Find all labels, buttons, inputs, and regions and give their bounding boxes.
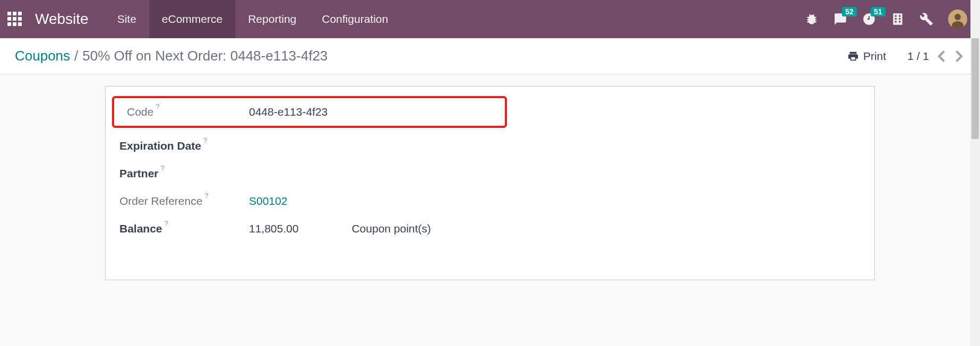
value-balance: 11,805.00 (249, 222, 298, 235)
help-icon[interactable]: ? (204, 192, 208, 200)
activities-icon[interactable]: 51 (862, 12, 876, 26)
messages-badge: 52 (842, 7, 857, 16)
debug-icon[interactable] (805, 12, 819, 26)
pager: 1 / 1 (907, 50, 965, 63)
label-balance: Balance ? (119, 222, 249, 235)
breadcrumb-bar: Coupons / 50% Off on Next Order: 0448-e1… (0, 38, 980, 74)
breadcrumb: Coupons / 50% Off on Next Order: 0448-e1… (15, 48, 328, 64)
print-icon (847, 50, 859, 62)
nav-menu: Site eCommerce Reporting Configuration (105, 0, 401, 38)
pager-prev[interactable] (935, 50, 947, 62)
main-navbar: Website Site eCommerce Reporting Configu… (0, 0, 980, 38)
value-order-ref[interactable]: S00102 (249, 195, 287, 207)
svg-point-1 (955, 14, 961, 20)
help-icon[interactable]: ? (161, 164, 165, 172)
balance-unit: Coupon point(s) (351, 222, 431, 235)
field-expiration: Expiration Date ? (106, 132, 874, 160)
help-icon[interactable]: ? (165, 219, 168, 227)
app-brand[interactable]: Website (35, 11, 89, 28)
field-order-ref: Order Reference ? S00102 (106, 187, 874, 215)
sheet-wrapper: Code ? 0448-e113-4f23 Expiration Date ? … (0, 74, 980, 280)
print-label: Print (863, 50, 886, 63)
help-icon[interactable]: ? (156, 102, 159, 110)
nav-item-configuration[interactable]: Configuration (309, 0, 401, 38)
breadcrumb-root[interactable]: Coupons (15, 48, 70, 64)
breadcrumb-sep: / (74, 48, 78, 64)
code-highlight: Code ? 0448-e113-4f23 (112, 96, 507, 128)
field-code: Code ? 0448-e113-4f23 (122, 103, 497, 120)
pager-count[interactable]: 1 / 1 (907, 50, 929, 63)
user-avatar[interactable] (948, 10, 967, 29)
nav-item-ecommerce[interactable]: eCommerce (149, 0, 235, 38)
apps-icon[interactable] (7, 12, 22, 27)
label-code: Code ? (127, 106, 249, 118)
nav-item-reporting[interactable]: Reporting (235, 0, 309, 38)
company-icon[interactable] (891, 12, 905, 26)
value-code: 0448-e113-4f23 (249, 106, 328, 118)
help-icon[interactable]: ? (203, 136, 207, 144)
tools-icon[interactable] (919, 12, 933, 26)
activities-badge: 51 (871, 7, 886, 16)
form-sheet: Code ? 0448-e113-4f23 Expiration Date ? … (105, 86, 875, 280)
field-partner: Partner ? (106, 160, 874, 187)
label-order-ref: Order Reference ? (119, 195, 249, 207)
pager-next[interactable] (953, 50, 965, 62)
nav-item-site[interactable]: Site (105, 0, 149, 38)
scrollbar[interactable] (970, 0, 980, 280)
label-expiration: Expiration Date ? (119, 140, 249, 152)
breadcrumb-current: 50% Off on Next Order: 0448-e113-4f23 (82, 48, 328, 64)
messages-icon[interactable]: 52 (833, 12, 847, 26)
label-partner: Partner ? (119, 167, 249, 180)
field-balance: Balance ? 11,805.00 Coupon point(s) (106, 215, 874, 243)
scrollbar-thumb[interactable] (972, 38, 979, 139)
nav-systray: 52 51 (805, 10, 967, 29)
print-button[interactable]: Print (847, 50, 886, 63)
